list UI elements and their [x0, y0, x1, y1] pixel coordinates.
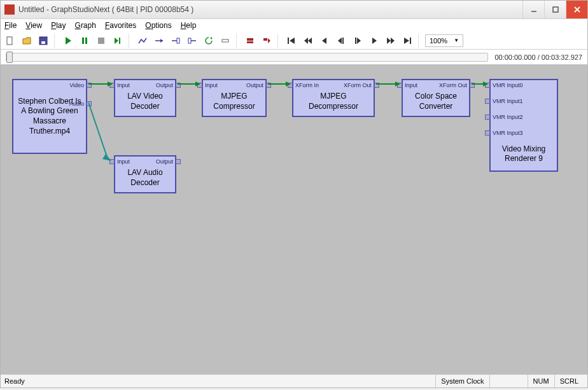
dshow-tool-b[interactable]: [260, 34, 274, 48]
seek-fwd-fast-button[interactable]: [384, 34, 398, 48]
svg-rect-10: [98, 38, 104, 44]
graph-tool-c[interactable]: [169, 34, 183, 48]
svg-marker-7: [66, 37, 71, 45]
svg-marker-35: [387, 38, 391, 44]
node-lav-video[interactable]: LAV Video Decoder Input Output: [114, 79, 176, 117]
svg-marker-11: [115, 38, 118, 44]
pin-arrow-icon: [87, 101, 92, 106]
open-button[interactable]: [20, 34, 34, 48]
svg-marker-14: [160, 39, 163, 43]
svg-marker-24: [268, 38, 270, 43]
step-button[interactable]: [111, 34, 125, 48]
window-title: Untitled - GraphStudioNext ( 64Bit | PID…: [18, 5, 522, 14]
status-scrl: SCRL: [554, 375, 584, 387]
node-color-space-converter[interactable]: Color Space Converter Input XForm Out: [402, 79, 470, 117]
minimize-button[interactable]: [522, 1, 544, 18]
pin-source-audio[interactable]: Audio: [69, 101, 84, 107]
pin-arrow-icon: [470, 83, 475, 88]
svg-rect-6: [41, 41, 45, 44]
svg-marker-33: [357, 38, 361, 44]
pin-vmr3[interactable]: VMR Input3: [493, 130, 523, 136]
chevron-down-icon: ▼: [454, 38, 459, 43]
menubar: File View Play Graph Favorites Options H…: [0, 19, 588, 32]
pin-mjpegc-in[interactable]: Input: [205, 82, 218, 88]
pin-csc-in[interactable]: Input: [405, 82, 417, 88]
svg-rect-4: [7, 37, 12, 45]
pin-lavvideo-out[interactable]: Output: [156, 82, 173, 88]
graph-tool-a[interactable]: [136, 34, 150, 48]
seek-row: 00:00:00.000 / 00:03:32.927: [0, 50, 588, 65]
pin-lavaudio-in[interactable]: Input: [117, 158, 130, 165]
node-mjpeg-decompressor[interactable]: MJPEG Decompressor XForm In XForm Out: [292, 79, 375, 117]
play-button[interactable]: [61, 34, 75, 48]
menu-help[interactable]: Help: [181, 21, 197, 30]
seek-slider[interactable]: [6, 53, 488, 62]
node-mjpegd-label: MJPEG Decompressor: [296, 92, 371, 111]
pin-arrow-icon: [266, 83, 271, 88]
pin-mjpegd-in[interactable]: XForm In: [295, 82, 319, 88]
dshow-tool-a[interactable]: [243, 34, 257, 48]
pin-arrow-icon: [485, 130, 490, 136]
graph-tool-e[interactable]: [218, 34, 232, 48]
status-num: NUM: [528, 375, 554, 387]
seek-thumb[interactable]: [6, 52, 13, 63]
pin-vmr0[interactable]: VMR Input0: [493, 82, 523, 88]
seek-fwd-step-button[interactable]: [351, 34, 365, 48]
save-button[interactable]: [36, 34, 50, 48]
pin-lavvideo-in[interactable]: Input: [117, 82, 130, 88]
graph-canvas[interactable]: Stephen Colbert Is A Bowling Green Massa…: [0, 65, 588, 374]
pin-arrow-icon: [197, 83, 202, 88]
svg-marker-27: [304, 38, 308, 44]
graph-tool-b[interactable]: [152, 34, 166, 48]
pin-arrow-icon: [485, 99, 490, 104]
refresh-button[interactable]: [202, 34, 216, 48]
node-vmr9[interactable]: Video Mixing Renderer 9 VMR Input0 VMR I…: [489, 79, 558, 172]
node-lav-audio[interactable]: LAV Audio Decoder Input Output: [114, 155, 176, 193]
menu-graph[interactable]: Graph: [75, 21, 96, 30]
svg-rect-31: [342, 38, 344, 44]
menu-favorites[interactable]: Favorites: [105, 21, 136, 30]
seek-start-button[interactable]: [284, 34, 298, 48]
svg-rect-16: [177, 38, 179, 43]
pin-arrow-icon: [485, 83, 490, 88]
seek-back-fast-button[interactable]: [301, 34, 315, 48]
stop-button[interactable]: [94, 34, 108, 48]
pause-button[interactable]: [78, 34, 92, 48]
svg-marker-29: [322, 38, 326, 44]
seek-back-button[interactable]: [318, 34, 332, 48]
menu-options[interactable]: Options: [145, 21, 171, 30]
pin-mjpegc-out[interactable]: Output: [246, 82, 263, 88]
menu-file[interactable]: File: [4, 21, 17, 30]
svg-rect-9: [85, 38, 87, 44]
pin-arrow-icon: [87, 83, 92, 88]
svg-marker-34: [372, 38, 377, 44]
node-source[interactable]: Stephen Colbert Is A Bowling Green Massa…: [12, 79, 87, 154]
maximize-button[interactable]: [544, 1, 566, 18]
zoom-combo[interactable]: 100% ▼: [425, 34, 463, 47]
pin-csc-out[interactable]: XForm Out: [439, 82, 467, 88]
node-lav-audio-label: LAV Audio Decoder: [118, 168, 172, 188]
pin-vmr2[interactable]: VMR Input2: [493, 114, 523, 120]
menu-play[interactable]: Play: [51, 21, 66, 30]
pin-mjpegd-out[interactable]: XForm Out: [344, 82, 372, 88]
titlebar: Untitled - GraphStudioNext ( 64Bit | PID…: [0, 0, 588, 19]
svg-rect-21: [247, 38, 253, 41]
new-button[interactable]: [3, 34, 17, 48]
pin-source-video[interactable]: Video: [69, 82, 84, 88]
seek-fwd-button[interactable]: [367, 34, 381, 48]
svg-rect-23: [263, 38, 267, 41]
node-vmr9-label: Video Mixing Renderer 9: [493, 144, 554, 164]
pin-vmr1[interactable]: VMR Input1: [493, 98, 523, 104]
pin-arrow-icon: [109, 159, 115, 164]
seek-back-step-button[interactable]: [334, 34, 348, 48]
pin-arrow-icon: [288, 83, 293, 88]
node-csc-label: Color Space Converter: [405, 92, 466, 111]
svg-marker-26: [290, 38, 295, 44]
close-button[interactable]: [566, 1, 587, 18]
graph-tool-d[interactable]: [185, 34, 199, 48]
menu-view[interactable]: View: [25, 21, 42, 30]
status-clock: System Clock: [435, 375, 489, 387]
seek-end-button[interactable]: [400, 34, 414, 48]
node-mjpeg-compressor[interactable]: MJPEG Compressor Input Output: [202, 79, 267, 117]
pin-lavaudio-out[interactable]: Output: [156, 158, 173, 165]
